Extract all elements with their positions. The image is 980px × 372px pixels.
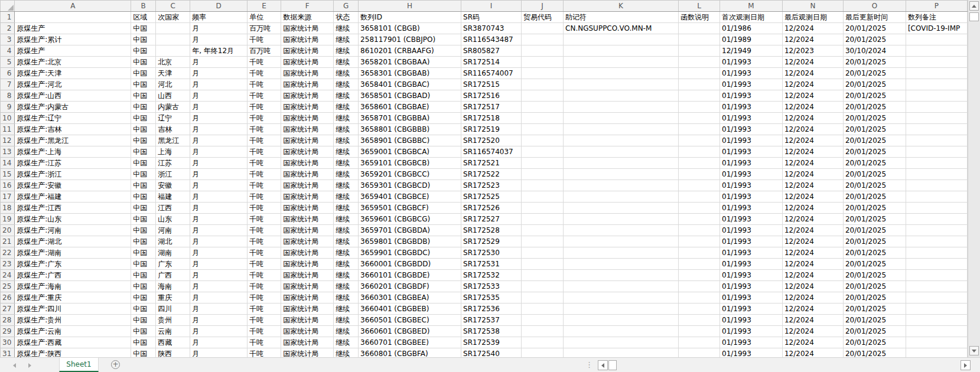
cell-M28[interactable]: 01/1993 xyxy=(720,315,783,326)
cell-G30[interactable]: 继续 xyxy=(334,337,359,348)
cell-M6[interactable]: 01/1993 xyxy=(720,68,783,79)
cell-G31[interactable]: 继续 xyxy=(334,348,359,358)
cell-J23[interactable] xyxy=(522,259,564,270)
cell-I10[interactable]: SR172518 xyxy=(461,113,522,124)
cell-B5[interactable]: 中国 xyxy=(131,57,156,68)
cell-O20[interactable]: 20/01/2025 xyxy=(843,225,906,236)
column-header-G[interactable]: G xyxy=(334,1,359,12)
cell-I1[interactable]: SR码 xyxy=(461,12,522,23)
cell-E21[interactable]: 千吨 xyxy=(248,236,281,247)
cell-H3[interactable]: 258117901 (CBBJPO) xyxy=(359,34,461,45)
cell-A1[interactable] xyxy=(15,12,131,23)
cell-O16[interactable]: 20/01/2025 xyxy=(843,180,906,191)
cell-N31[interactable]: 12/2024 xyxy=(782,348,843,358)
cell-I30[interactable]: SR172539 xyxy=(461,337,522,348)
cell-A8[interactable]: 原煤生产:山西 xyxy=(15,90,131,102)
row-header-5[interactable]: 5 xyxy=(1,57,15,68)
cell-L23[interactable] xyxy=(679,259,720,270)
cell-E20[interactable]: 千吨 xyxy=(248,225,281,236)
cell-D24[interactable]: 月 xyxy=(190,270,248,281)
cell-K22[interactable] xyxy=(564,247,679,259)
cell-P2[interactable]: [COVID-19-IMP xyxy=(906,23,967,34)
cell-M19[interactable]: 01/1993 xyxy=(720,214,783,225)
cell-G15[interactable]: 继续 xyxy=(334,169,359,180)
cell-P11[interactable] xyxy=(906,124,967,135)
cell-P27[interactable] xyxy=(906,304,967,315)
cell-F8[interactable]: 国家统计局 xyxy=(281,90,334,102)
cell-F2[interactable]: 国家统计局 xyxy=(281,23,334,34)
cell-B19[interactable]: 中国 xyxy=(131,214,156,225)
cell-D7[interactable]: 月 xyxy=(190,79,248,90)
cell-B21[interactable]: 中国 xyxy=(131,236,156,247)
cell-H20[interactable]: 3659701 (CBGBDA) xyxy=(359,225,461,236)
cell-A14[interactable]: 原煤生产:江苏 xyxy=(15,158,131,169)
cell-F22[interactable]: 国家统计局 xyxy=(281,247,334,259)
cell-I31[interactable]: SR172540 xyxy=(461,348,522,358)
cell-B20[interactable]: 中国 xyxy=(131,225,156,236)
row-header-26[interactable]: 26 xyxy=(1,292,15,304)
cell-M31[interactable]: 01/1993 xyxy=(720,348,783,358)
cell-K21[interactable] xyxy=(564,236,679,247)
cell-G25[interactable]: 继续 xyxy=(334,281,359,292)
cell-H4[interactable]: 8610201 (CRBAAFG) xyxy=(359,45,461,57)
cell-E4[interactable]: 百万吨 xyxy=(248,45,281,57)
cell-C31[interactable]: 陕西 xyxy=(156,348,190,358)
cell-F23[interactable]: 国家统计局 xyxy=(281,259,334,270)
cell-G29[interactable]: 继续 xyxy=(334,326,359,337)
cell-K23[interactable] xyxy=(564,259,679,270)
cell-O18[interactable]: 20/01/2025 xyxy=(843,203,906,214)
cell-M20[interactable]: 01/1993 xyxy=(720,225,783,236)
row-header-21[interactable]: 21 xyxy=(1,236,15,247)
cell-O31[interactable]: 20/01/2025 xyxy=(843,348,906,358)
cell-K6[interactable] xyxy=(564,68,679,79)
cell-G4[interactable]: 继续 xyxy=(334,45,359,57)
cell-M13[interactable]: 01/1993 xyxy=(720,146,783,158)
cell-L22[interactable] xyxy=(679,247,720,259)
cell-P3[interactable] xyxy=(906,34,967,45)
cell-I8[interactable]: SR172516 xyxy=(461,90,522,102)
cell-E9[interactable]: 千吨 xyxy=(248,102,281,113)
cell-C10[interactable]: 辽宁 xyxy=(156,113,190,124)
cell-J28[interactable] xyxy=(522,315,564,326)
cell-N18[interactable]: 12/2024 xyxy=(782,203,843,214)
cell-H11[interactable]: 3658801 (CBGBBB) xyxy=(359,124,461,135)
cell-C4[interactable] xyxy=(156,45,190,57)
cell-I18[interactable]: SR172526 xyxy=(461,203,522,214)
cell-K19[interactable] xyxy=(564,214,679,225)
cell-E16[interactable]: 千吨 xyxy=(248,180,281,191)
cell-L9[interactable] xyxy=(679,102,720,113)
cell-O19[interactable]: 20/01/2025 xyxy=(843,214,906,225)
cell-C7[interactable]: 河北 xyxy=(156,79,190,90)
cell-J24[interactable] xyxy=(522,270,564,281)
cell-D5[interactable]: 月 xyxy=(190,57,248,68)
row-header-6[interactable]: 6 xyxy=(1,68,15,79)
cell-G14[interactable]: 继续 xyxy=(334,158,359,169)
cell-P16[interactable] xyxy=(906,180,967,191)
cell-D10[interactable]: 月 xyxy=(190,113,248,124)
cell-G6[interactable]: 继续 xyxy=(334,68,359,79)
column-header-P[interactable]: P xyxy=(906,1,967,12)
cell-K27[interactable] xyxy=(564,304,679,315)
cell-M3[interactable]: 01/1989 xyxy=(720,34,783,45)
cell-N13[interactable]: 12/2024 xyxy=(782,146,843,158)
cell-P10[interactable] xyxy=(906,113,967,124)
cell-K30[interactable] xyxy=(564,337,679,348)
cell-A30[interactable]: 原煤生产:西藏 xyxy=(15,337,131,348)
cell-F6[interactable]: 国家统计局 xyxy=(281,68,334,79)
cell-K1[interactable]: 助记符 xyxy=(564,12,679,23)
cell-E26[interactable]: 千吨 xyxy=(248,292,281,304)
cell-D3[interactable]: 月 xyxy=(190,34,248,45)
cell-P24[interactable] xyxy=(906,270,967,281)
cell-L15[interactable] xyxy=(679,169,720,180)
cell-G5[interactable]: 继续 xyxy=(334,57,359,68)
cell-K20[interactable] xyxy=(564,225,679,236)
tab-splitter-handle[interactable]: ⋮ xyxy=(585,360,593,370)
cell-F16[interactable]: 国家统计局 xyxy=(281,180,334,191)
cell-O13[interactable]: 20/01/2025 xyxy=(843,146,906,158)
cell-P19[interactable] xyxy=(906,214,967,225)
cell-D19[interactable]: 月 xyxy=(190,214,248,225)
cell-E8[interactable]: 千吨 xyxy=(248,90,281,102)
cell-P7[interactable] xyxy=(906,79,967,90)
cell-N12[interactable]: 12/2024 xyxy=(782,135,843,146)
cell-J30[interactable] xyxy=(522,337,564,348)
